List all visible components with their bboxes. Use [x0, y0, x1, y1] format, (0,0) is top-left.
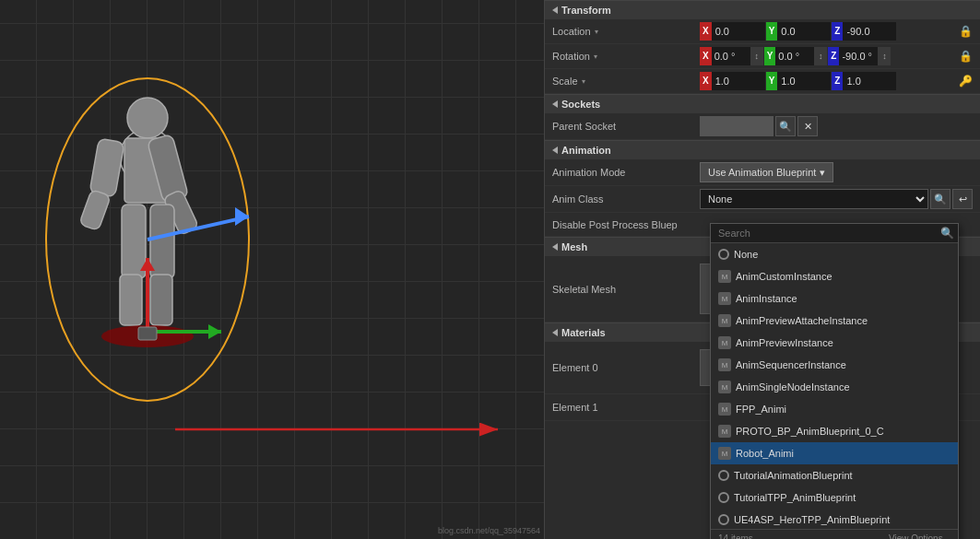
- rotation-z-arrow[interactable]: ↕: [878, 47, 891, 65]
- rotation-x-arrow[interactable]: ↕: [750, 47, 763, 65]
- animation-mode-button[interactable]: Use Animation Blueprint ▾: [700, 162, 833, 182]
- dropdown-item-animsinglenode-label: AnimSingleNodeInstance: [736, 381, 850, 393]
- dropdown-search-bar: 🔍: [711, 224, 958, 243]
- view-options-link[interactable]: View Options...: [889, 533, 950, 539]
- scale-dropdown-icon[interactable]: ▾: [582, 77, 585, 86]
- annotation-arrow: [166, 416, 535, 443]
- anim-class-search-button[interactable]: 🔍: [930, 189, 950, 209]
- transform-section-header[interactable]: Transform: [545, 0, 980, 19]
- dropdown-item-fpp[interactable]: M FPP_Animi: [711, 398, 958, 420]
- proto-icon: M: [718, 425, 731, 438]
- anim-class-dropdown: 🔍 None M AnimCustomInstance M AnimInstan…: [710, 223, 959, 539]
- location-x-input[interactable]: [712, 22, 765, 41]
- robot-icon: M: [718, 447, 731, 460]
- dropdown-item-fpp-label: FPP_Animi: [736, 404, 786, 415]
- dropdown-item-tutorialanimation-label: TutorialAnimationBlueprint: [734, 470, 853, 481]
- parent-socket-clear-button[interactable]: ✕: [797, 116, 818, 136]
- dropdown-item-robot-label: Robot_Animi: [736, 448, 794, 459]
- svg-rect-19: [138, 327, 157, 340]
- parent-socket-search-button[interactable]: 🔍: [775, 116, 796, 136]
- scale-y-field: Y: [766, 72, 832, 90]
- dropdown-item-animpreview[interactable]: M AnimPreviewInstance: [711, 332, 958, 354]
- animcustom-icon: M: [718, 270, 731, 283]
- dropdown-item-animinstance-label: AnimInstance: [736, 293, 797, 304]
- svg-rect-11: [150, 275, 172, 325]
- anim-class-select[interactable]: None: [700, 189, 928, 209]
- svg-rect-4: [89, 138, 124, 197]
- dropdown-item-ue4asp[interactable]: UE4ASP_HeroTPP_AnimBlueprint: [711, 509, 958, 529]
- location-row: Location ▾ X Y Z 🔒: [545, 19, 980, 44]
- sockets-title: Sockets: [561, 99, 600, 110]
- dropdown-item-animpreviewattache[interactable]: M AnimPreviewAttacheInstance: [711, 310, 958, 332]
- dropdown-item-tutorialtpp[interactable]: TutorialTPP_AnimBlueprint: [711, 486, 958, 509]
- dropdown-item-animcustom[interactable]: M AnimCustomInstance: [711, 265, 958, 287]
- 3d-viewport[interactable]: blog.csdn.net/qq_35947564: [0, 0, 544, 539]
- rotation-dropdown-icon[interactable]: ▾: [594, 53, 597, 61]
- animsinglenode-icon: M: [718, 381, 731, 393]
- sockets-section-header[interactable]: Sockets: [545, 94, 980, 113]
- transform-collapse-icon: [552, 6, 558, 14]
- skeletal-mesh-label: Skeletal Mesh: [552, 284, 700, 295]
- anim-class-reset-button[interactable]: ↩: [952, 189, 973, 209]
- sx-label: X: [700, 72, 712, 90]
- scale-label: Scale ▾: [552, 76, 700, 87]
- rotation-y-field: Y ↕: [764, 47, 828, 65]
- mesh-title: Mesh: [561, 241, 587, 252]
- parent-socket-row: Parent Socket 🔍 ✕: [545, 113, 980, 140]
- animsequencer-icon: M: [718, 358, 731, 371]
- rotation-y-arrow[interactable]: ↕: [814, 47, 827, 65]
- dropdown-item-animcustom-label: AnimCustomInstance: [736, 271, 832, 282]
- element0-label: Element 0: [552, 362, 700, 373]
- dropdown-item-proto[interactable]: M PROTO_BP_AnimBlueprint_0_C: [711, 420, 958, 442]
- rotation-lock-icon[interactable]: 🔒: [959, 50, 973, 63]
- rotation-z-input[interactable]: [839, 47, 878, 65]
- dropdown-item-robot[interactable]: M Robot_Animi Robot Animi: [711, 442, 958, 464]
- parent-socket-value: 🔍 ✕: [700, 116, 973, 136]
- dropdown-item-none-label: None: [734, 249, 758, 260]
- scale-x-field: X: [700, 72, 765, 90]
- parent-socket-label: Parent Socket: [552, 121, 700, 132]
- dropdown-search-input[interactable]: [714, 226, 940, 240]
- location-y-input[interactable]: [777, 22, 831, 41]
- tutorialtpp-icon: [718, 492, 729, 503]
- location-x-field: X: [700, 22, 765, 41]
- scale-z-input[interactable]: [843, 72, 896, 90]
- scale-x-input[interactable]: [712, 72, 765, 90]
- dropdown-item-animsinglenode[interactable]: M AnimSingleNodeInstance: [711, 376, 958, 398]
- scale-xyz: X Y Z: [700, 72, 954, 90]
- animation-mode-value: Use Animation Blueprint ▾: [700, 162, 973, 182]
- animation-collapse-icon: [552, 146, 558, 154]
- location-z-input[interactable]: [843, 22, 896, 41]
- none-radio-icon: [718, 249, 729, 260]
- dropdown-item-none[interactable]: None: [711, 243, 958, 265]
- scale-value: X Y Z 🔑: [700, 72, 973, 90]
- svg-point-2: [127, 98, 168, 138]
- anim-class-value: None 🔍 ↩: [700, 189, 973, 209]
- rotation-x-input-group: ↕: [712, 47, 763, 65]
- location-z-field: Z: [832, 22, 896, 41]
- rotation-x-input[interactable]: [712, 47, 750, 65]
- svg-rect-8: [122, 205, 146, 278]
- animation-title: Animation: [561, 145, 611, 156]
- dropdown-search-icon: 🔍: [940, 227, 954, 240]
- scale-y-input[interactable]: [777, 72, 831, 90]
- location-lock-icon[interactable]: 🔒: [959, 25, 973, 38]
- dropdown-item-animsequencer[interactable]: M AnimSequencerInstance: [711, 354, 958, 376]
- svg-rect-9: [150, 205, 174, 278]
- character-figure: [28, 55, 304, 451]
- x-label: X: [700, 22, 712, 41]
- parent-socket-input[interactable]: [700, 116, 773, 136]
- rotation-y-input[interactable]: [775, 47, 814, 65]
- materials-collapse-icon: [552, 329, 558, 336]
- rotation-y-input-group: ↕: [775, 47, 827, 65]
- location-dropdown-icon[interactable]: ▾: [595, 28, 598, 36]
- scale-lock-icon[interactable]: 🔑: [959, 75, 973, 88]
- dropdown-item-animsequencer-label: AnimSequencerInstance: [736, 359, 846, 370]
- sy-label: Y: [766, 72, 778, 90]
- rotation-xyz: X ↕ Y ↕ Z ↕: [700, 47, 954, 65]
- dropdown-item-proto-label: PROTO_BP_AnimBlueprint_0_C: [736, 426, 884, 437]
- dropdown-item-tutorialanimation[interactable]: TutorialAnimationBlueprint: [711, 464, 958, 486]
- dropdown-item-animinstance[interactable]: M AnimInstance: [711, 287, 958, 310]
- animation-section-header[interactable]: Animation: [545, 140, 980, 159]
- location-value: X Y Z 🔒: [700, 22, 973, 41]
